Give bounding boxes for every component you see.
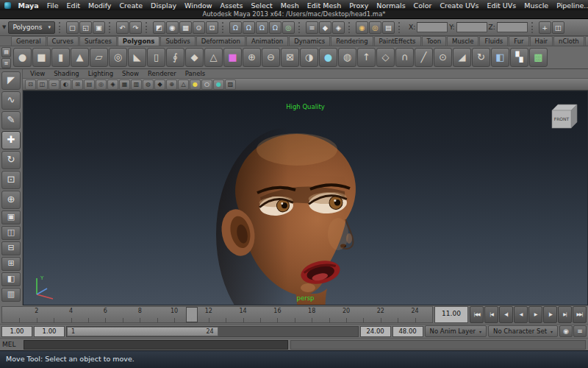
sculpt-geometry-icon[interactable]: ■ (223, 48, 242, 67)
render-settings-icon[interactable]: ▤ (382, 21, 395, 34)
sidebar-toggle-icon[interactable]: ◫ (552, 21, 564, 34)
undo-icon[interactable]: ↶ (116, 21, 129, 34)
step-forward-frame-button[interactable]: |▶ (543, 306, 557, 323)
boolean-icon[interactable]: ◑ (300, 48, 318, 67)
separator[interactable] (222, 22, 226, 33)
menu-maya[interactable]: Maya (14, 1, 43, 10)
poly-pyramid-icon[interactable]: △ (204, 48, 223, 67)
construction-history-icon[interactable]: ◈ (332, 21, 345, 34)
open-scene-icon[interactable]: ◱ (79, 21, 92, 34)
panel-menu-show[interactable]: Show (118, 70, 143, 77)
command-line-language-label[interactable]: MEL (2, 341, 21, 348)
separator[interactable] (531, 22, 535, 33)
command-line-input[interactable] (24, 340, 288, 350)
shelf-tab[interactable]: General (11, 36, 46, 46)
bridge-icon[interactable]: ∩ (395, 48, 414, 67)
render-current-frame-icon[interactable]: ◉ (356, 21, 368, 34)
camera-attributes-icon[interactable]: ▭ (49, 79, 60, 90)
redo-icon[interactable]: ↷ (129, 21, 142, 34)
combine-icon[interactable]: ⊕ (243, 48, 261, 67)
menu-pipeline[interactable]: Pipeline... (553, 1, 588, 10)
shelf-tab-menu-icon[interactable]: ▤ (1, 47, 11, 57)
menu-edit-uvs[interactable]: Edit UVs (483, 1, 520, 10)
snap-curve-icon[interactable]: Ω (243, 21, 255, 34)
field-chart-icon[interactable]: ▥ (131, 79, 142, 90)
go-to-end-button[interactable]: ▶▶| (573, 306, 587, 323)
playback-start-field[interactable]: 1.00 (34, 326, 65, 337)
symmetry-icon[interactable]: ◧ (491, 48, 509, 67)
snap-grid-icon[interactable]: Ω (229, 21, 242, 34)
poly-cone-icon[interactable]: ▲ (71, 48, 89, 67)
panel-menu-view[interactable]: View (26, 70, 49, 77)
menu-display[interactable]: Display (147, 1, 181, 10)
merge-vertices-icon[interactable]: ⊙ (434, 48, 452, 67)
shelf-tab[interactable]: Custom (585, 36, 588, 46)
rotate-tool[interactable]: ↻ (1, 151, 21, 169)
crease-icon[interactable]: ◢ (453, 48, 471, 67)
lasso-select-tool[interactable]: ∿ (1, 91, 21, 110)
shelf-tab[interactable]: Animation (246, 36, 288, 46)
output-connections-icon[interactable]: ◆ (319, 21, 331, 34)
character-head-model[interactable] (187, 109, 407, 305)
menu-set-dropdown[interactable]: Polygons ▾ (8, 21, 55, 34)
current-time-field[interactable]: 11.00 (434, 306, 468, 323)
highlight-selection-icon[interactable]: ⊡ (206, 21, 218, 34)
playback-end-field[interactable]: 24.00 (360, 326, 391, 337)
viewport[interactable]: High Quality (23, 91, 588, 305)
shelf-tab[interactable]: PaintEffects (374, 36, 421, 46)
reduce-icon[interactable]: ◍ (338, 48, 356, 67)
panel-menu-panels[interactable]: Panels (181, 70, 209, 77)
safe-title-icon[interactable]: ◆ (154, 79, 165, 90)
menu-select[interactable]: Select (247, 1, 276, 10)
separator[interactable] (398, 22, 402, 33)
frame-all-icon[interactable]: ⊕ (166, 79, 177, 90)
view-cube-front-label[interactable]: FRONT (554, 116, 570, 121)
input-connections-icon[interactable]: ≡ (306, 21, 318, 34)
menu-edit[interactable]: Edit (62, 1, 84, 10)
lock-camera-icon[interactable]: ◫ (37, 79, 48, 90)
shelf-tab[interactable]: Curves (47, 36, 79, 46)
menu-proxy[interactable]: Proxy (345, 1, 373, 10)
playback-range-bar[interactable]: 1 24 (67, 327, 218, 336)
separate-icon[interactable]: ⊖ (262, 48, 280, 67)
default-lighting-icon[interactable]: ● (190, 79, 201, 90)
shelf-tab[interactable]: Dynamics (289, 36, 330, 46)
uv-checker-icon[interactable]: ▚ (510, 48, 528, 67)
poly-helix-icon[interactable]: ∮ (166, 48, 184, 67)
panel-menu-lighting[interactable]: Lighting (84, 70, 118, 77)
scale-tool[interactable]: ⊡ (1, 171, 21, 189)
universal-manipulator-tool[interactable]: ⊕ (1, 191, 21, 209)
y-coord-input[interactable] (456, 22, 487, 32)
snap-plane-icon[interactable]: Ω (269, 21, 282, 34)
separator[interactable] (109, 22, 112, 33)
range-slider-track[interactable]: 1 24 (66, 326, 359, 337)
menu-muscle[interactable]: Muscle (520, 1, 553, 10)
shelf-tab[interactable]: Hair (530, 36, 553, 46)
separator[interactable] (298, 22, 302, 33)
select-object-icon[interactable]: ◉ (166, 21, 179, 34)
step-back-frame-button[interactable]: ◀| (499, 306, 513, 323)
poly-plane-icon[interactable]: ▱ (90, 48, 108, 67)
time-slider-track[interactable]: 24681012141618202224 (1, 306, 433, 323)
menu-modify[interactable]: Modify (85, 1, 115, 10)
image-plane-icon[interactable]: ⊞ (72, 79, 83, 90)
poly-prism-icon[interactable]: ◣ (128, 48, 146, 67)
bookmark-icon[interactable]: ◐ (60, 79, 71, 90)
shelf-tab[interactable]: Muscle (447, 36, 478, 46)
ipr-render-icon[interactable]: ◎ (369, 21, 381, 34)
shelf-tab[interactable]: Surfaces (79, 36, 117, 46)
shelf-tab[interactable]: Rendering (331, 36, 373, 46)
shelf-tab[interactable]: Toon (422, 36, 447, 46)
select-mask-icon[interactable]: ⊙ (193, 21, 205, 34)
current-frame-marker[interactable] (186, 307, 198, 322)
separator[interactable] (59, 22, 62, 33)
poly-cylinder-icon[interactable]: ▮ (51, 48, 70, 67)
layout-two-stacked[interactable]: ⊟ (1, 241, 21, 255)
character-set-dropdown[interactable]: No Character Set ▾ (488, 325, 558, 337)
textured-icon[interactable]: ● (213, 79, 224, 90)
snap-point-icon[interactable]: Ω (256, 21, 268, 34)
shelf-tab[interactable]: Polygons (118, 36, 160, 46)
film-gate-icon[interactable]: ◎ (96, 79, 107, 90)
bevel-icon[interactable]: ◇ (376, 48, 395, 67)
view-cube[interactable]: FRONT (545, 100, 580, 131)
